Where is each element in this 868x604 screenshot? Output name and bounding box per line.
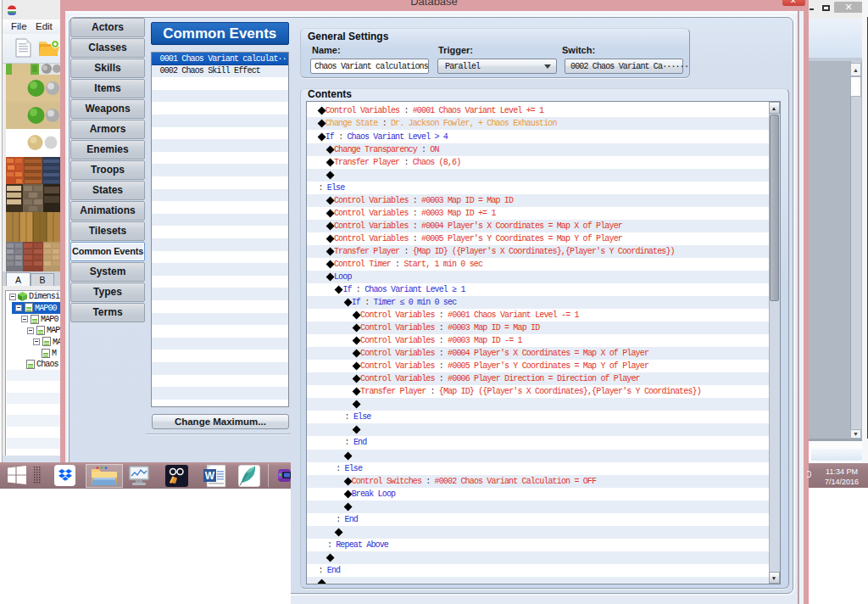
svg-text:W: W xyxy=(205,470,215,482)
